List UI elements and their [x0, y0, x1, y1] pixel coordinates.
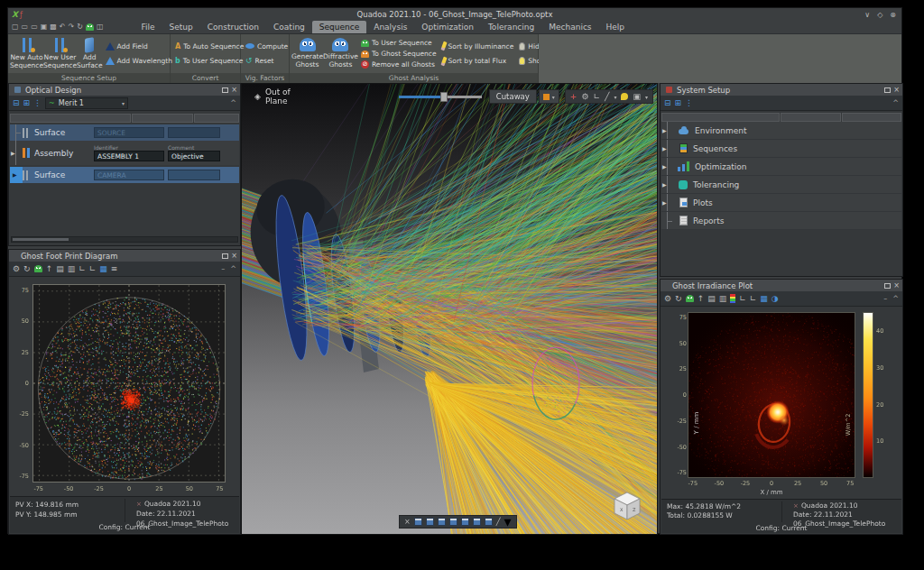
restore-icon[interactable] [884, 87, 891, 93]
cutaway-button[interactable]: Cutaway [489, 89, 537, 104]
save-as-icon[interactable]: ▩ [50, 23, 57, 31]
axis-corner-icon[interactable]: ∟ [79, 265, 86, 273]
axis-corner2-icon[interactable]: ∟ [750, 295, 757, 303]
close-icon[interactable]: × [231, 87, 237, 94]
ribbon-button-add-surface[interactable]: Add Surface [77, 35, 103, 72]
menu-tab-analysis[interactable]: Analysis [366, 21, 414, 33]
export-icon[interactable]: ▥ [68, 265, 76, 273]
menu-tab-sequence[interactable]: Sequence [312, 21, 366, 33]
table-row-surface-camera[interactable]: ▶ Surface CAMERA [10, 167, 239, 183]
ghost-mode-icon[interactable] [86, 23, 94, 31]
clipboard-icon[interactable]: ▤ [707, 295, 716, 303]
ribbon-button-new-user-sequence[interactable]: New User Sequence [43, 35, 77, 72]
identifier-field[interactable]: CAMERA [94, 170, 164, 180]
measure-icon[interactable]: ╱ [496, 518, 501, 526]
ray-trace-canvas[interactable] [242, 84, 657, 534]
export-icon[interactable]: ▥ [719, 295, 727, 303]
ribbon-button-to-user-sequence[interactable]: To User Sequence [361, 39, 437, 47]
gear-icon[interactable]: ⚙ [664, 295, 671, 303]
merit-selector[interactable]: ~ Merit 1 ▾ [45, 97, 128, 109]
view-cube-iso-icon[interactable] [485, 518, 493, 526]
more-options-icon[interactable]: ⋮ [33, 99, 42, 107]
sidebar-item-environment[interactable]: ▶Environment [661, 122, 901, 140]
menu-tab-construction[interactable]: Construction [200, 21, 266, 33]
cutaway-color-dropdown[interactable]: ▾ [539, 89, 559, 104]
comment-field[interactable] [168, 127, 220, 138]
ribbon-button-sort-by-total-flux[interactable]: Sort by total Flux [442, 57, 514, 66]
view-cube-front-icon[interactable] [414, 518, 422, 526]
viewport-3d[interactable]: ◈ Out of Plane Cutaway ▾ +⚙∟╱▾▣▾ ×╱▾ X [241, 83, 658, 535]
expander-icon[interactable]: ▶ [662, 181, 667, 188]
up-icon[interactable]: ↑ [698, 295, 705, 303]
horizontal-scrollbar[interactable] [11, 236, 238, 243]
ribbon-button-remove-all-ghosts[interactable]: ⊘Remove all Ghosts [361, 60, 437, 69]
expander-icon[interactable]: ▶ [662, 127, 667, 133]
maximize-icon[interactable]: ◇ [877, 11, 882, 19]
table-row-assembly[interactable]: ▶ Assembly Identifier ASSEMBLY 1 Comment… [10, 141, 239, 165]
expander-icon[interactable]: ▶ [662, 163, 667, 170]
refresh-icon[interactable]: ↻ [77, 23, 83, 31]
grid-icon[interactable]: ▦ [760, 295, 768, 303]
menu-tab-setup[interactable]: Setup [162, 21, 200, 33]
app-menu-icon[interactable]: ƒ [20, 11, 23, 19]
more-options-icon[interactable]: ⋮ [685, 99, 693, 107]
sidebar-item-reports[interactable]: Reports [661, 212, 901, 230]
view-cube-bottom-icon[interactable] [473, 518, 481, 526]
comment-field[interactable] [168, 170, 220, 180]
menu-tab-mechanics[interactable]: Mechanics [541, 21, 598, 33]
shade-icon[interactable]: ∨ [864, 11, 870, 19]
ribbon-button-compute[interactable]: Compute [245, 42, 288, 51]
ghost-icon[interactable] [34, 265, 42, 272]
undo-icon[interactable]: ↶ [60, 23, 66, 31]
ghost-icon[interactable] [686, 295, 694, 302]
collapse-all-icon[interactable]: ⊟ [13, 99, 20, 107]
close-icon[interactable]: × [893, 87, 900, 94]
save-icon[interactable]: ▣ [41, 23, 48, 31]
ribbon-button-new-auto-sequence[interactable]: New Auto Sequence [10, 35, 43, 72]
gear-icon[interactable]: ⚙ [13, 265, 20, 273]
sidebar-item-tolerancing[interactable]: ▶Tolerancing [661, 176, 901, 194]
ribbon-button-sort-by-illuminance[interactable]: Sort by Illuminance [442, 41, 514, 51]
colormap-icon[interactable] [730, 294, 735, 303]
collapse-panel-icon[interactable]: ^ [892, 295, 899, 303]
refresh-icon[interactable]: ↻ [23, 265, 31, 273]
collapse-panel-icon[interactable]: ^ [230, 99, 236, 107]
target-icon[interactable]: + [570, 93, 578, 101]
restore-icon[interactable] [222, 87, 228, 93]
menu-tab-coating[interactable]: Coating [266, 21, 312, 33]
expand-all-icon[interactable]: ⊞ [23, 99, 31, 107]
comment-field[interactable]: Objective [168, 151, 220, 161]
pen-icon[interactable]: ╱ [605, 93, 609, 101]
close-icon[interactable]: × [893, 282, 900, 290]
expander-icon[interactable]: ▶ [662, 199, 667, 206]
collapse-all-icon[interactable]: ⊟ [664, 99, 671, 107]
view-cube-top-icon[interactable] [461, 518, 469, 526]
sidebar-item-plots[interactable]: ▶Plots [661, 194, 901, 212]
ribbon-button-generate-ghosts[interactable]: Generate Ghosts [291, 35, 323, 72]
collapse-panel-icon[interactable]: ^ [230, 265, 236, 273]
axis-corner-icon[interactable]: ∟ [739, 295, 746, 303]
view-cube-right-icon[interactable] [449, 518, 457, 526]
menu-tab-optimization[interactable]: Optimization [414, 21, 481, 33]
grid-icon[interactable]: ▦ [99, 265, 107, 273]
open-recent-icon[interactable]: ▭ [31, 23, 38, 31]
view-cube-left-icon[interactable] [438, 518, 446, 526]
expander-icon[interactable]: ▶ [662, 145, 667, 152]
new-file-icon[interactable]: ▢ [12, 23, 19, 31]
ribbon-button-add-wavelength[interactable]: Add Wavelength [106, 57, 172, 65]
ribbon-button-add-field[interactable]: Add Field [106, 42, 172, 51]
refresh-icon[interactable]: ↻ [675, 295, 682, 303]
sidebar-item-optimization[interactable]: ▶Optimization [661, 158, 901, 176]
menu-icon[interactable]: ≡ [111, 265, 118, 273]
ribbon-button-reset[interactable]: ↺Reset [245, 56, 288, 65]
view-cube-back-icon[interactable] [426, 518, 434, 526]
menu-tab-tolerancing[interactable]: Tolerancing [481, 21, 541, 33]
ribbon-button-to-ghost-sequence[interactable]: To Ghost Sequence [361, 50, 437, 58]
collapse-panel-icon[interactable]: ^ [892, 99, 899, 107]
sphere-icon[interactable]: ◑ [772, 295, 779, 303]
cutaway-slider[interactable] [399, 96, 482, 98]
key-icon[interactable] [621, 93, 628, 100]
axis-corner2-icon[interactable]: ∟ [89, 265, 97, 273]
close-icon[interactable]: ⊗ [890, 11, 896, 19]
open-file-icon[interactable]: ▭ [22, 23, 29, 31]
